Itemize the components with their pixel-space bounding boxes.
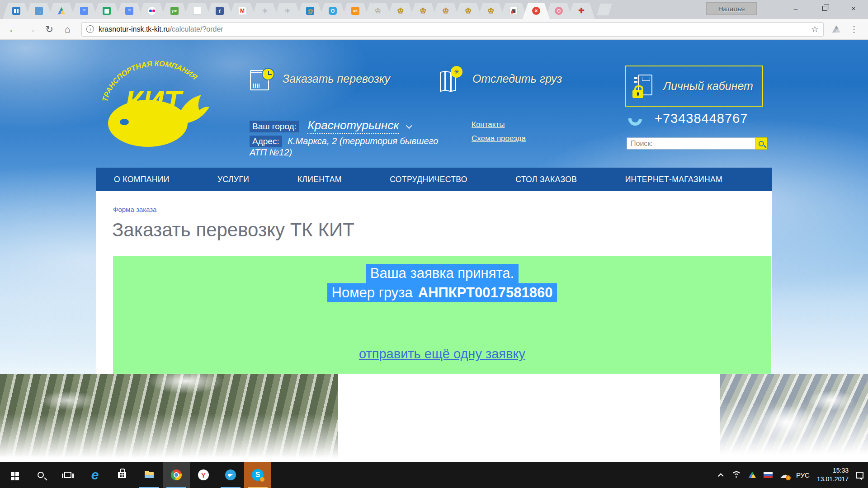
yandex-taskbar-button[interactable] (190, 462, 217, 488)
browser-tab-blank-page[interactable] (184, 3, 211, 19)
maximize-button[interactable] (810, 0, 839, 16)
browser-tab-news-doc[interactable]: ≣ (500, 3, 527, 19)
url-bar[interactable]: i krasnotur-insk.tk-kit.ru/calculate/?or… (81, 22, 824, 37)
chevron-down-icon[interactable] (406, 122, 412, 129)
address-label: Адрес: (250, 136, 282, 147)
browser-profile-chip[interactable]: Наталья (706, 2, 757, 15)
track-map-icon[interactable]: ✳ (440, 68, 462, 91)
contacts-link[interactable]: Контакты (472, 120, 505, 129)
browser-tab-ok-messenger[interactable]: O (319, 3, 346, 19)
forward-button[interactable]: → (24, 22, 39, 37)
personal-account-button[interactable]: Личный кабинет (625, 66, 763, 107)
route-map-link[interactable]: Схема проезда (472, 134, 526, 143)
nav-item-cooperation[interactable]: СОТРУДНИЧЕСТВО (390, 175, 467, 184)
search-input[interactable] (627, 137, 755, 150)
city-selector[interactable]: Краснотурьинск (307, 118, 399, 134)
browser-tab-coat-of-arms-gray[interactable]: ♔ (364, 3, 392, 19)
browser-tab-mail-ru[interactable]: @ (297, 3, 324, 19)
drive-extension-icon[interactable] (832, 25, 841, 33)
page-bottom-whitespace (338, 374, 720, 462)
nav-item-services[interactable]: УСЛУГИ (217, 175, 249, 184)
browser-tab-coat-of-arms-3[interactable]: ♔ (432, 3, 459, 19)
close-button[interactable]: × (839, 0, 868, 16)
coat-of-arms-2-favicon-icon: ♔ (419, 7, 427, 15)
clock-time: 15:33 (817, 466, 849, 475)
new-tab-button[interactable] (597, 4, 612, 15)
city-label: Ваш город: (250, 121, 299, 132)
google-drive-tray-icon[interactable] (748, 471, 756, 479)
browser-tab-red-cross[interactable]: ✚ (568, 3, 595, 19)
browser-tab-google-docs-2[interactable]: ≡ (116, 3, 143, 19)
browser-tab-flickr[interactable] (138, 3, 165, 19)
start-taskbar-button[interactable] (0, 462, 27, 488)
main-navigation: О КОМПАНИИ УСЛУГИ КЛИЕНТАМ СОТРУДНИЧЕСТВ… (96, 168, 772, 191)
send-another-request-link[interactable]: отправить ещё одну заявку (359, 347, 525, 361)
taskbar-clock[interactable]: 15:33 13.01.2017 (817, 466, 849, 483)
gmail-favicon-icon: M (238, 7, 246, 15)
browser-tab-facebook[interactable]: f (206, 3, 233, 19)
nav-item-orders-desk[interactable]: СТОЛ ЗАКАЗОВ (515, 175, 577, 184)
nav-item-clients[interactable]: КЛИЕНТАМ (297, 175, 342, 184)
browser-menu-icon[interactable]: ⋮ (850, 24, 858, 34)
search-taskbar-button[interactable] (27, 462, 54, 488)
back-button[interactable]: ← (5, 22, 21, 37)
browser-tab-trello[interactable] (3, 3, 30, 19)
breadcrumb[interactable]: Форма заказа (113, 206, 156, 213)
search-icon (759, 141, 764, 146)
store-icon (118, 472, 126, 478)
browser-tab-google-docs[interactable]: ≡ (71, 3, 98, 19)
minimize-button[interactable]: – (781, 0, 810, 16)
browser-tab-odnoklassniki[interactable]: ok (342, 3, 369, 19)
cloud-sync-warning-icon[interactable]: ☁ (780, 470, 789, 479)
browser-tab-paper-plane-2[interactable]: ✈ (274, 3, 301, 19)
odnoklassniki-favicon-icon: ok (351, 7, 359, 15)
edge-icon (91, 468, 99, 482)
browser-tab-paper-plane[interactable]: ✈ (251, 3, 278, 19)
taskbar-apps (0, 462, 271, 488)
browser-tab-coat-of-arms-2[interactable]: ♔ (410, 3, 437, 19)
maximize-icon (822, 6, 827, 11)
windows-taskbar: ☁ РУС 15:33 13.01.2017 (0, 462, 868, 488)
tray-chevron-up-icon[interactable] (720, 473, 724, 477)
browser-tab-gmail[interactable]: M (229, 3, 256, 19)
search-button[interactable] (755, 137, 767, 150)
order-box-icon[interactable] (250, 68, 274, 90)
browser-tab-500px[interactable]: px (161, 3, 188, 19)
chrome-taskbar-button[interactable] (163, 462, 190, 488)
reload-button[interactable]: ↻ (42, 22, 57, 37)
skype-taskbar-button[interactable] (244, 462, 271, 488)
action-center-icon[interactable] (856, 472, 863, 479)
cargo-number-prefix: Номер груза (332, 285, 413, 300)
telegram-taskbar-button[interactable] (217, 462, 244, 488)
browser-tab-close-circle[interactable]: × (523, 3, 550, 19)
home-button[interactable]: ⌂ (60, 22, 75, 37)
page-info-icon[interactable]: i (86, 25, 94, 33)
account-doc-icon (632, 74, 653, 99)
nav-item-about[interactable]: О КОМПАНИИ (114, 175, 170, 184)
task-view-taskbar-button[interactable] (54, 462, 81, 488)
browser-tab-opera-pink[interactable]: O (545, 3, 572, 19)
paper-plane-2-favicon-icon: ✈ (283, 7, 292, 15)
mail-ru-favicon-icon: @ (306, 7, 314, 15)
explorer-taskbar-button[interactable] (136, 462, 163, 488)
track-cargo-link[interactable]: Отследить груз (472, 72, 562, 85)
browser-tab-coat-of-arms-1[interactable]: ♔ (387, 3, 414, 19)
wifi-icon[interactable] (731, 471, 741, 479)
url-domain: krasnotur-insk.tk-kit.ru (99, 25, 170, 33)
browser-tab-arrow-app[interactable]: → (25, 3, 52, 19)
browser-tab-google-sheets[interactable]: ▦ (93, 3, 120, 19)
language-flag-icon[interactable] (764, 472, 773, 478)
phone-row: +73438448767 (628, 111, 748, 126)
browser-tab-coat-of-arms-4[interactable]: ♔ (455, 3, 482, 19)
map-fold-icon (440, 71, 445, 92)
edge-taskbar-button[interactable] (81, 462, 108, 488)
store-taskbar-button[interactable] (108, 462, 136, 488)
browser-tab-coat-of-arms-5[interactable]: ♔ (477, 3, 505, 19)
order-delivery-link[interactable]: Заказать перевозку (283, 72, 390, 85)
bookmark-star-icon[interactable]: ☆ (811, 24, 819, 34)
language-indicator[interactable]: РУС (796, 471, 810, 479)
cargo-number: АНПКРТ0017581860 (418, 285, 553, 300)
browser-tab-google-drive[interactable] (48, 3, 75, 19)
nav-item-online-stores[interactable]: ИНТЕРНЕТ-МАГАЗИНАМ (625, 175, 722, 184)
company-logo[interactable]: ТРАНСПОРТНАЯ КОМПАНИЯ КИТ (102, 58, 210, 153)
